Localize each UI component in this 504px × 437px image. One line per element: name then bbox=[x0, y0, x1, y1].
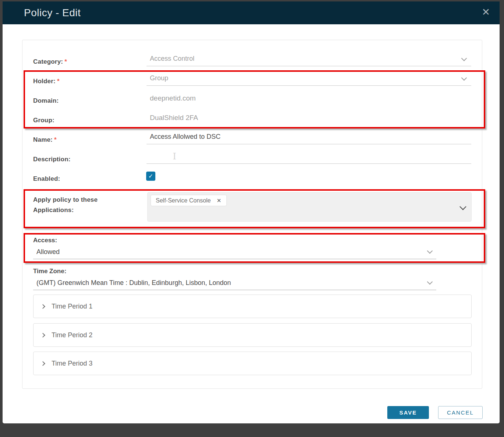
chip-label: Self-Service Console bbox=[156, 197, 211, 204]
applications-multiselect[interactable]: Self-Service Console ✕ bbox=[147, 192, 472, 222]
save-button[interactable]: SAVE bbox=[387, 406, 429, 419]
enabled-label: Enabled: bbox=[33, 175, 60, 183]
timezone-label: Time Zone: bbox=[33, 268, 66, 275]
application-chip: Self-Service Console ✕ bbox=[151, 195, 227, 206]
applications-label: Apply policy to these Applications: bbox=[33, 195, 98, 215]
text-cursor-icon: I bbox=[172, 152, 177, 161]
time-period-2-accordion[interactable]: Time Period 2 bbox=[33, 323, 472, 347]
description-input[interactable] bbox=[147, 152, 471, 164]
time-period-3-accordion[interactable]: Time Period 3 bbox=[33, 352, 472, 375]
chevron-down-icon bbox=[459, 203, 466, 210]
chevron-right-icon bbox=[40, 361, 45, 366]
category-select[interactable]: Access Control bbox=[147, 55, 471, 66]
holder-label: Holder:* bbox=[33, 78, 60, 85]
dialog-body: Category:* Access Control Holder:* Group… bbox=[3, 24, 500, 423]
domain-label: Domain: bbox=[33, 97, 59, 105]
holder-value: Group bbox=[150, 74, 168, 82]
cancel-button[interactable]: CANCEL bbox=[438, 406, 483, 419]
group-value: DualShield 2FA bbox=[150, 114, 198, 122]
category-label: Category:* bbox=[33, 58, 67, 66]
chevron-right-icon bbox=[40, 333, 45, 338]
chevron-down-icon bbox=[427, 279, 433, 285]
dialog-header: Policy - Edit ✕ bbox=[3, 1, 500, 24]
required-asterisk: * bbox=[54, 136, 57, 143]
access-value: Allowed bbox=[36, 248, 60, 255]
name-value: Access Allolwed to DSC bbox=[150, 133, 221, 141]
holder-select[interactable]: Group bbox=[147, 74, 471, 86]
group-label: Group: bbox=[33, 117, 54, 124]
enabled-checkbox[interactable]: ✓ bbox=[146, 172, 155, 181]
policy-edit-dialog: Policy - Edit ✕ Category:* Access Contro… bbox=[3, 1, 500, 423]
time-period-1-accordion[interactable]: Time Period 1 bbox=[33, 295, 472, 318]
chip-remove-icon[interactable]: ✕ bbox=[216, 197, 221, 204]
close-icon[interactable]: ✕ bbox=[482, 7, 490, 17]
time-period-label: Time Period 3 bbox=[52, 360, 92, 367]
timezone-select[interactable]: (GMT) Greenwich Mean Time : Dublin, Edin… bbox=[33, 279, 436, 290]
description-label: Description: bbox=[33, 156, 71, 163]
chevron-down-icon bbox=[461, 56, 467, 61]
domain-value: deepnetid.com bbox=[150, 94, 196, 102]
checkmark-icon: ✓ bbox=[148, 173, 153, 179]
name-label: Name:* bbox=[33, 136, 57, 144]
time-period-label: Time Period 2 bbox=[52, 331, 92, 339]
timezone-value: (GMT) Greenwich Mean Time : Dublin, Edin… bbox=[36, 279, 231, 286]
category-value: Access Control bbox=[150, 55, 194, 63]
access-label: Access: bbox=[33, 237, 57, 244]
chevron-down-icon bbox=[427, 248, 433, 254]
access-select[interactable]: Allowed bbox=[33, 248, 436, 259]
time-period-label: Time Period 1 bbox=[52, 303, 92, 310]
dialog-title: Policy - Edit bbox=[24, 7, 81, 19]
name-input[interactable]: Access Allolwed to DSC bbox=[147, 133, 471, 144]
chevron-right-icon bbox=[40, 304, 45, 309]
chevron-down-icon bbox=[461, 75, 467, 81]
required-asterisk: * bbox=[57, 78, 60, 85]
required-asterisk: * bbox=[64, 58, 67, 65]
